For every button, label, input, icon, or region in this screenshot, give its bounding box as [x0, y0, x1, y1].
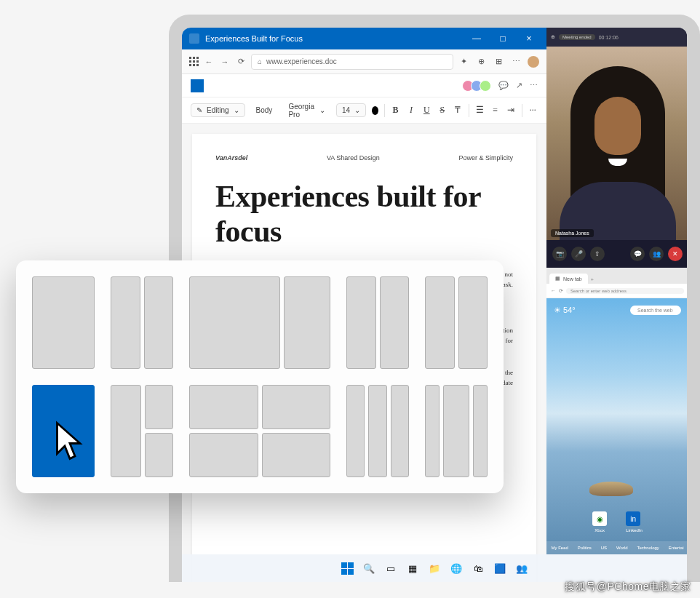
search-icon[interactable]: 🔍	[360, 559, 378, 577]
start-button[interactable]	[338, 559, 356, 577]
mini-address-bar: ← ⟳ Search or enter web address	[546, 284, 687, 298]
people-button[interactable]: 👥	[649, 247, 664, 261]
snap-layout-option[interactable]	[186, 382, 333, 480]
favorites-icon[interactable]: ⊞	[493, 56, 504, 68]
snap-layout-option[interactable]	[422, 382, 490, 480]
italic-button[interactable]: I	[406, 105, 415, 116]
video-header[interactable]: ⊕ Meeting ended 00:12:06	[546, 28, 687, 47]
lock-icon: ⌂	[258, 57, 262, 65]
comments-icon[interactable]: 💬	[498, 81, 509, 90]
snap-layouts-flyout	[16, 260, 504, 493]
back-icon[interactable]: ←	[203, 56, 215, 68]
quick-link-linkedin[interactable]: in	[626, 511, 640, 526]
explorer-icon[interactable]: 📁	[426, 559, 443, 577]
address-bar: ← → ⟳ ⌂ www.experiences.doc ✦ ⊕ ⊞ ⋯	[182, 49, 546, 74]
chat-button[interactable]: 💬	[630, 247, 645, 261]
tab-title: Experiences Built for Focus	[205, 34, 466, 43]
url-input[interactable]: ⌂ www.experiences.doc	[251, 54, 453, 70]
web-search-input[interactable]: Search the web	[630, 306, 681, 315]
window-titlebar[interactable]: Experiences Built for Focus — □ ×	[182, 28, 546, 49]
extensions-icon[interactable]: ✦	[458, 56, 469, 68]
text-color-button[interactable]	[372, 106, 378, 115]
font-size-selector[interactable]: 14⌄	[336, 103, 366, 117]
weather-widget[interactable]: ☀ 54°	[554, 306, 576, 315]
bold-button[interactable]: B	[391, 105, 400, 116]
mic-button[interactable]: 🎤	[571, 247, 586, 261]
snap-layout-option-selected[interactable]	[29, 382, 98, 480]
store-icon[interactable]: 🛍	[469, 559, 487, 577]
teams-icon[interactable]: 👥	[513, 559, 530, 577]
presence-avatars[interactable]	[465, 80, 491, 92]
snap-layout-option[interactable]	[108, 382, 176, 480]
snap-layout-option[interactable]	[186, 274, 333, 372]
app-header: 💬 ↗ ⋯	[182, 74, 546, 97]
underline-button[interactable]: U	[422, 105, 431, 116]
meeting-status: Meeting ended	[559, 34, 595, 40]
profile-avatar[interactable]	[528, 56, 539, 68]
doc-title: Experiences built for focus	[215, 179, 513, 250]
toolbar-overflow[interactable]: ···	[528, 105, 538, 116]
menu-icon[interactable]: ⋯	[510, 56, 522, 68]
tab-favicon	[189, 33, 199, 44]
video-call-window: ⊕ Meeting ended 00:12:06 Natasha Jones 📷…	[546, 28, 687, 268]
doc-section: VA Shared Design	[327, 154, 380, 162]
chevron-down-icon: ⌄	[319, 106, 325, 114]
snap-layout-option[interactable]	[108, 274, 176, 372]
video-feed	[546, 47, 687, 240]
browser-tab[interactable]: ▦New tab	[549, 274, 588, 284]
watermark-text: 搜狐号@PChome电脑之家	[565, 581, 691, 594]
bullet-list-button[interactable]: ☰	[475, 105, 485, 116]
collections-icon[interactable]: ⊕	[475, 56, 487, 68]
strike-button[interactable]: S	[437, 105, 447, 116]
pencil-icon: ✎	[196, 106, 202, 114]
cursor-icon	[54, 420, 86, 461]
news-feed-tabs[interactable]: My Feed Politics US World Technology Ent…	[546, 541, 687, 554]
doc-tagline: Power & Simplicity	[458, 154, 513, 162]
edge-icon[interactable]: 🌐	[448, 559, 465, 577]
caller-name-tag: Natasha Jones	[551, 229, 594, 237]
close-button[interactable]: ×	[519, 33, 539, 44]
editing-mode-dropdown[interactable]: ✎ Editing ⌄	[191, 103, 245, 117]
call-timer: 00:12:06	[599, 35, 619, 40]
new-tab-button[interactable]: +	[588, 276, 597, 284]
mini-url-input[interactable]: Search or enter web address	[566, 288, 684, 294]
snap-layout-option[interactable]	[343, 382, 412, 480]
task-view-icon[interactable]: ▭	[382, 559, 399, 577]
doc-brand: VanArsdel	[215, 154, 247, 162]
quick-link-xbox[interactable]: ◉	[592, 511, 607, 526]
mini-tab-strip: ▦New tab +	[546, 268, 687, 284]
app-icon[interactable]: 🟦	[491, 559, 509, 577]
clear-format-button[interactable]: ₸	[453, 105, 462, 116]
landscape-image	[589, 482, 633, 496]
back-icon[interactable]: ←	[551, 288, 556, 293]
chevron-down-icon: ⌄	[354, 106, 360, 114]
minimize-button[interactable]: —	[466, 33, 487, 44]
font-selector[interactable]: Georgia Pro⌄	[283, 100, 330, 121]
forward-icon[interactable]: →	[219, 56, 231, 68]
refresh-icon[interactable]: ⟳	[235, 56, 247, 68]
hangup-button[interactable]: ✕	[668, 247, 683, 261]
share-icon[interactable]: ↗	[516, 81, 522, 90]
snap-layout-option[interactable]	[29, 274, 98, 372]
chevron-down-icon: ⌄	[234, 106, 239, 114]
new-tab-page: ☀ 54° Search the web ◉ Xbox in LinkedIn …	[546, 298, 687, 554]
maximize-button[interactable]: □	[493, 33, 513, 44]
snap-layout-option[interactable]	[343, 274, 412, 372]
number-list-button[interactable]: ≡	[490, 105, 500, 116]
indent-button[interactable]: ⇥	[506, 105, 515, 116]
snap-layout-option[interactable]	[422, 274, 490, 372]
secondary-browser-window: ▦New tab + ← ⟳ Search or enter web addre…	[546, 268, 687, 554]
style-selector[interactable]: Body	[251, 104, 278, 116]
refresh-icon[interactable]: ⟳	[559, 288, 563, 294]
camera-button[interactable]: 📷	[552, 247, 567, 261]
video-controls: 📷 🎤 ⇧ 💬 👥 ✕	[546, 240, 687, 268]
share-screen-button[interactable]: ⇧	[590, 247, 605, 261]
widgets-icon[interactable]: ▦	[404, 559, 421, 577]
overflow-icon[interactable]: ⋯	[530, 81, 538, 90]
apps-grid-icon[interactable]	[189, 57, 199, 66]
formatting-toolbar: ✎ Editing ⌄ Body Georgia Pro⌄ 14⌄ B I U …	[182, 97, 546, 124]
shield-icon: ⊕	[551, 34, 555, 40]
app-logo-icon[interactable]	[191, 79, 204, 92]
windows-taskbar: 🔍 ▭ ▦ 📁 🌐 🛍 🟦 👥	[182, 554, 687, 582]
url-text: www.experiences.doc	[266, 57, 337, 65]
